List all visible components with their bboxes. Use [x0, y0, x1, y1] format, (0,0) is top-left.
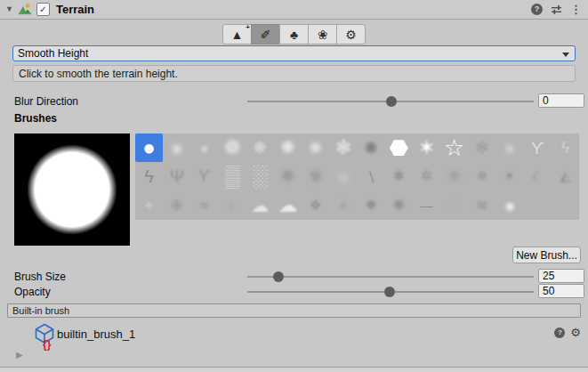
brush-dash[interactable]: — — [413, 191, 440, 220]
terrain-settings-tool[interactable]: ⚙ — [336, 24, 366, 44]
brush-splat-5-glyph: ✸ — [365, 198, 377, 213]
brush-cross-blob-glyph: ❖ — [310, 198, 322, 213]
brush-soft-circle[interactable]: ● — [163, 133, 190, 162]
new-brush-button[interactable]: New Brush... — [512, 247, 581, 263]
paint-tool-dropdown-value: Smooth Height — [18, 47, 88, 60]
brush-tree-glyph: Ψ — [169, 167, 184, 185]
create-neighbor-terrain-tool[interactable]: ▲+ — [222, 24, 252, 44]
opacity-slider[interactable] — [247, 291, 534, 293]
brush-needle-glyph: ∖ — [366, 170, 375, 183]
brush-lightning[interactable]: ϟ — [135, 162, 163, 190]
blur-direction-field[interactable]: 0 — [538, 93, 584, 108]
blur-direction-slider-thumb[interactable] — [386, 96, 397, 107]
brush-scratch-glyph: ✻ — [475, 140, 488, 156]
brush-splat-1[interactable]: ✱ — [385, 162, 413, 190]
component-title: Terrain — [56, 3, 94, 16]
brush-triangle-blob[interactable]: ◭ — [552, 162, 579, 190]
brush-hexagon[interactable] — [385, 133, 413, 162]
brush-faint-dot-glyph: ● — [451, 200, 457, 211]
chevron-down-icon — [562, 53, 569, 57]
brush-streak-blob[interactable]: ✻ — [440, 162, 468, 190]
brush-splat-2[interactable]: ✲ — [413, 162, 440, 190]
brush-splat-5[interactable]: ✸ — [358, 191, 385, 220]
context-menu-icon[interactable]: ⋮ — [570, 4, 582, 15]
brush-twig[interactable]: ϒ — [524, 133, 552, 162]
tool-help-text: Click to smooth the terrain height. — [19, 68, 178, 80]
brush-faint-noise[interactable]: ░ — [246, 162, 274, 190]
brush-mottled-circle[interactable]: ❁ — [219, 133, 246, 162]
brush-noise-square[interactable]: ▒ — [219, 162, 246, 190]
paint-trees-tool[interactable]: ♣ — [279, 24, 309, 44]
asset-gear-icon[interactable]: ⚙ — [570, 327, 581, 338]
brush-soft-dot[interactable]: ● — [190, 133, 218, 162]
paint-details-tool-icon: ❀ — [318, 28, 328, 41]
brush-swoosh[interactable]: ≈ — [190, 191, 218, 220]
opacity-slider-thumb[interactable] — [384, 287, 395, 297]
tool-help-box: Click to smooth the terrain height. — [12, 65, 576, 82]
brush-donut-glyph: ◉ — [504, 199, 515, 212]
brush-branch[interactable]: ϒ — [190, 162, 218, 190]
enabled-checkbox[interactable]: ✓ — [36, 3, 50, 16]
brush-donut[interactable]: ◉ — [495, 191, 523, 220]
brush-crescent-blob[interactable]: ☾ — [524, 162, 552, 190]
brush-grid: ●●●❁❋✸✹❃✺✶☆✻●ϒϟϟΨϒ▒░✽✾●∖✱✲✻✵✴☾◭✧❈≈◗☁☁❖✦✸… — [135, 133, 579, 220]
presets-icon[interactable] — [551, 4, 562, 15]
paint-terrain-tool[interactable]: ✐ — [251, 24, 280, 44]
asset-foldout-closed-icon[interactable]: ▶ — [16, 351, 23, 360]
brush-speckle[interactable]: ❋ — [246, 133, 274, 162]
brush-faint-noise-glyph: ░ — [253, 166, 268, 187]
brush-circle-solid[interactable]: ● — [135, 133, 163, 162]
brush-mottled-circle-glyph: ❁ — [224, 138, 240, 158]
brush-needle[interactable]: ∖ — [358, 162, 385, 190]
brush-star-outline[interactable]: ☆ — [440, 133, 468, 162]
brush-twig-2[interactable]: ϟ — [552, 133, 579, 162]
brush-leaf-blob[interactable]: ✾ — [302, 162, 329, 190]
brush-dash-glyph: — — [420, 199, 432, 212]
brush-bright-blob[interactable]: ● — [329, 162, 357, 190]
brush-rough-blob[interactable]: ❈ — [163, 191, 190, 220]
opacity-field[interactable]: 50 — [538, 284, 584, 298]
brush-smudge-2[interactable]: ✦ — [329, 191, 357, 220]
brush-cross-blob[interactable]: ❖ — [302, 191, 329, 220]
brush-star-outline-glyph: ☆ — [444, 136, 464, 159]
paint-details-tool[interactable]: ❀ — [308, 24, 337, 44]
brush-leaf-blob-glyph: ✾ — [309, 168, 322, 184]
brush-noise-circle-glyph: ✸ — [279, 138, 295, 158]
inspector-header: ▼ ✓ Terrain ? ⋮ — [0, 0, 588, 20]
hexagon-shape — [390, 140, 408, 156]
brush-smudge-2-glyph: ✦ — [338, 199, 349, 212]
brush-dark-noise[interactable]: ✺ — [358, 133, 385, 162]
brush-tree[interactable]: Ψ — [163, 162, 190, 190]
brush-star-six[interactable]: ✶ — [413, 133, 440, 162]
brush-noise-circle[interactable]: ✸ — [274, 133, 302, 162]
brush-faint-dot[interactable]: ● — [440, 191, 468, 220]
asset-help-glyph: ? — [558, 329, 562, 336]
paint-tool-dropdown[interactable]: Smooth Height — [12, 45, 576, 61]
brush-splat-3[interactable]: ✵ — [468, 162, 495, 190]
help-icon[interactable]: ? — [531, 4, 543, 15]
brush-branch-glyph: ϒ — [198, 168, 211, 184]
brush-cluster-blob[interactable]: ❃ — [329, 133, 357, 162]
terrain-tool-toolbar: ▲+✐♣❀⚙ — [0, 24, 588, 44]
brush-splat-4[interactable]: ✴ — [495, 162, 523, 190]
brush-cloud[interactable]: ☁ — [246, 191, 274, 220]
brush-scratch[interactable]: ✻ — [468, 133, 495, 162]
brush-glow-dot[interactable]: ● — [495, 133, 523, 162]
brush-wedge[interactable]: ◗ — [219, 191, 246, 220]
brush-noise-blob[interactable]: ✹ — [302, 133, 329, 162]
brush-spark[interactable]: ✧ — [135, 191, 163, 220]
brush-size-field[interactable]: 25 — [538, 269, 584, 283]
brush-size-label: Brush Size — [14, 271, 66, 283]
blur-direction-slider[interactable] — [247, 101, 534, 102]
brush-asset-name: builtin_brush_1 — [57, 328, 135, 341]
foldout-open-icon[interactable]: ▼ — [5, 5, 13, 13]
brush-cloud-2[interactable]: ☁ — [274, 191, 302, 220]
brush-dune[interactable]: ≋ — [468, 191, 495, 220]
brush-smudge[interactable]: ✽ — [274, 162, 302, 190]
asset-help-icon[interactable]: ? — [554, 328, 565, 338]
paint-terrain-tool-icon: ✐ — [261, 28, 271, 41]
brush-cell-empty — [524, 191, 552, 220]
brush-size-slider-thumb[interactable] — [273, 271, 284, 282]
brush-splat-6[interactable]: ✺ — [385, 191, 413, 220]
brush-size-slider[interactable] — [247, 276, 534, 278]
